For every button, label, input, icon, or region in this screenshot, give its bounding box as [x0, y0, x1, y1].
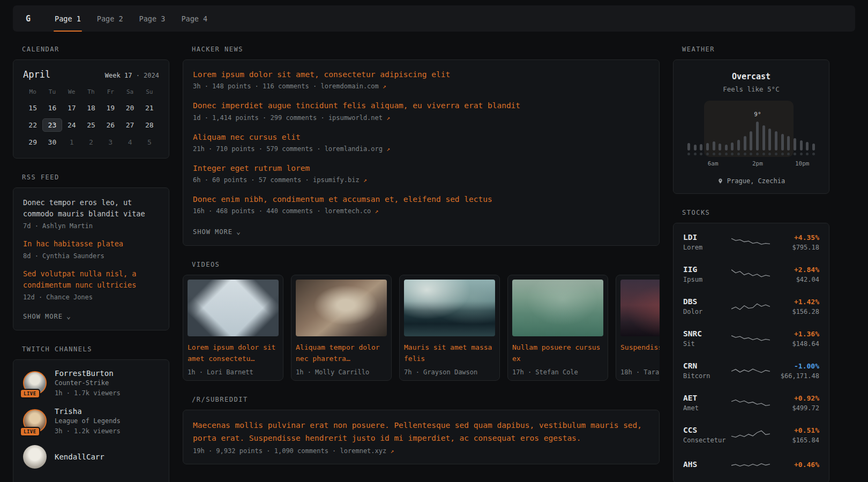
app-logo[interactable]: G	[26, 14, 31, 24]
calendar-date: 4	[120, 135, 139, 149]
stock-name: Sit	[683, 340, 731, 348]
video-thumbnail[interactable]	[188, 280, 279, 336]
hackernews-item-meta: 1d · 1,414 points · 299 comments · ipsum…	[193, 114, 649, 122]
weather-bar-column	[744, 136, 746, 155]
calendar-date: 15	[23, 101, 42, 115]
tab-page-2[interactable]: Page 2	[89, 5, 131, 32]
tab-page-1[interactable]: Page 1	[47, 5, 89, 32]
stock-row: IIGIpsum+2.84%$42.04	[683, 258, 819, 290]
weather-bar	[800, 140, 803, 150]
tab-page-3[interactable]: Page 3	[131, 5, 174, 32]
twitch-channel-row[interactable]: LIVEForrestBurtonCounter-Strike1h · 1.7k…	[23, 369, 159, 397]
hackernews-item-title[interactable]: Integer eget rutrum lorem	[193, 163, 649, 174]
rss-item-title[interactable]: Sed volutpat nulla nisl, a condimentum n…	[23, 268, 159, 291]
hackernews-domain-link[interactable]: ipsumworld.net	[328, 114, 386, 122]
weather-bar-column	[694, 145, 697, 155]
stock-symbol[interactable]: AET	[683, 394, 731, 402]
video-thumbnail[interactable]	[512, 280, 603, 336]
hackernews-item-title[interactable]: Donec enim nibh, condimentum et accumsan…	[193, 194, 649, 205]
weather-bar-column	[806, 142, 809, 155]
stock-symbol[interactable]: IIG	[683, 265, 731, 274]
hackernews-widget: HACKER NEWS Lorem ipsum dolor sit amet, …	[183, 46, 660, 246]
stock-symbol[interactable]: CCS	[683, 426, 731, 434]
meta-text: 21h · 710 points · 579 comments ·	[193, 145, 325, 153]
subreddit-widget-title: /R/SUBREDDIT	[183, 396, 660, 403]
stock-name: Consectetur	[683, 436, 731, 444]
twitch-channel-name[interactable]: Trisha	[55, 407, 121, 416]
calendar-date: 24	[62, 118, 81, 132]
weather-bar-column	[794, 138, 796, 155]
subreddit-post-title[interactable]: Maecenas mollis pulvinar erat non posuer…	[193, 419, 649, 444]
calendar-date: 18	[81, 101, 101, 115]
video-card[interactable]: Nullam posuere cursus ex17h · Stefan Col…	[507, 275, 608, 381]
weather-time-label: 6am	[708, 160, 719, 167]
weather-bar	[762, 125, 765, 150]
twitch-avatar[interactable]	[23, 445, 47, 469]
video-thumbnail[interactable]	[620, 280, 660, 336]
stock-symbol[interactable]: SNRC	[683, 329, 731, 338]
hackernews-show-more-button[interactable]: SHOW MORE ⌄	[193, 228, 241, 236]
twitch-avatar-wrap	[23, 445, 47, 469]
weather-bar-dot	[750, 153, 752, 155]
hackernews-item: Lorem ipsum dolor sit amet, consectetur …	[193, 69, 649, 90]
video-card[interactable]: Lorem ipsum dolor sit amet consectetu…1h…	[183, 275, 283, 381]
stock-sparkline-svg	[731, 427, 770, 442]
twitch-channel-name[interactable]: KendallCarr	[55, 453, 104, 461]
stock-right: +0.92%$499.72	[770, 394, 819, 412]
rss-item-title[interactable]: Donec tempor eros leo, ut commodo mauris…	[23, 197, 159, 220]
video-card[interactable]: Mauris sit amet massa felis7h · Grayson …	[399, 275, 500, 381]
video-thumbnail[interactable]	[296, 280, 387, 336]
twitch-box: LIVEForrestBurtonCounter-Strike1h · 1.7k…	[13, 359, 169, 482]
weather-bar-column	[725, 145, 728, 155]
hackernews-domain-link[interactable]: ipsumify.biz	[313, 176, 363, 184]
stock-name: Lorem	[683, 244, 731, 251]
stock-symbol[interactable]: DBS	[683, 297, 731, 306]
video-card[interactable]: Suspendisse diam18h · Tara	[616, 275, 660, 381]
weather-bar	[706, 143, 709, 150]
stock-right: +1.42%$156.28	[770, 298, 819, 315]
hackernews-item-title[interactable]: Donec imperdiet augue tincidunt felis al…	[193, 100, 649, 111]
hackernews-item-title[interactable]: Lorem ipsum dolor sit amet, consectetur …	[193, 69, 649, 80]
video-title[interactable]: Mauris sit amet massa felis	[404, 342, 495, 364]
stock-symbol[interactable]: CRN	[683, 362, 731, 370]
stock-sparkline-svg	[731, 299, 770, 314]
twitch-channel-row[interactable]: LIVETrishaLeague of Legends3h · 1.2k vie…	[23, 407, 159, 435]
twitch-channel-info: TrishaLeague of Legends3h · 1.2k viewers	[55, 407, 121, 435]
video-title[interactable]: Lorem ipsum dolor sit amet consectetu…	[188, 342, 279, 364]
twitch-channel-meta: 1h · 1.7k viewers	[55, 389, 121, 397]
hackernews-domain-link[interactable]: loremtech.co	[325, 207, 375, 215]
subreddit-domain-link[interactable]: loremnet.xyz	[340, 447, 387, 455]
weather-bar-column	[687, 143, 690, 155]
hackernews-item: Aliquam nec cursus elit21h · 710 points …	[193, 132, 649, 153]
external-link-icon: ↗	[390, 448, 394, 455]
weather-peak-temp: 9°	[754, 111, 761, 118]
hackernews-domain-link[interactable]: loremdomain.com	[320, 82, 383, 90]
rss-item-title[interactable]: In hac habitasse platea	[23, 238, 159, 250]
tab-page-4[interactable]: Page 4	[173, 5, 215, 32]
rss-show-more-button[interactable]: SHOW MORE ⌄	[23, 313, 71, 320]
video-title[interactable]: Aliquam tempor dolor nec pharetra…	[296, 342, 387, 364]
video-thumbnail[interactable]	[404, 280, 495, 336]
weather-bar	[744, 136, 746, 150]
middle-column: HACKER NEWS Lorem ipsum dolor sit amet, …	[183, 46, 660, 479]
twitch-channel-name[interactable]: ForrestBurton	[55, 369, 121, 378]
video-meta: 17h · Stefan Cole	[512, 368, 603, 376]
weather-bar-dot	[800, 153, 803, 155]
video-card[interactable]: Aliquam tempor dolor nec pharetra…1h · M…	[291, 275, 392, 381]
weather-time-label: 2pm	[752, 160, 763, 167]
hackernews-item-meta: 6h · 60 points · 57 comments · ipsumify.…	[193, 176, 649, 184]
video-title[interactable]: Suspendisse diam	[620, 342, 660, 364]
calendar-grid: MoTuWeThFrSaSu15161718192021222324252627…	[23, 88, 159, 149]
hackernews-item-title[interactable]: Aliquam nec cursus elit	[193, 132, 649, 142]
external-link-icon: ↗	[383, 83, 386, 90]
stock-symbol[interactable]: AHS	[683, 460, 731, 469]
stock-symbol[interactable]: LDI	[683, 233, 731, 242]
hackernews-domain-link[interactable]: loremlandia.org	[325, 145, 387, 153]
stock-row: CRNBitcorn-1.00%$66,171.48	[683, 355, 819, 387]
hackernews-box: Lorem ipsum dolor sit amet, consectetur …	[183, 59, 660, 246]
twitch-channel-row[interactable]: KendallCarr	[23, 445, 159, 469]
calendar-date: 25	[81, 118, 101, 132]
weather-bar-column	[781, 134, 784, 155]
stock-right: +1.36%$148.64	[770, 330, 819, 348]
video-title[interactable]: Nullam posuere cursus ex	[512, 342, 603, 364]
